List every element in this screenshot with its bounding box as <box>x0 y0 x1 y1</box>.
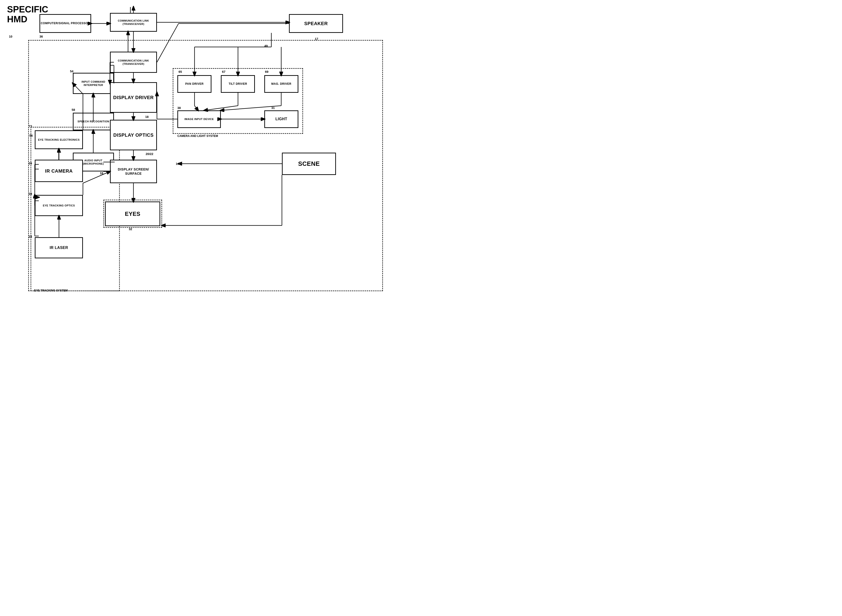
camera-light-region <box>173 68 303 134</box>
label-56: 56 <box>29 134 33 137</box>
label-10: 10 <box>9 35 12 38</box>
camera-light-label: CAMERA AND LIGHT SYSTEM <box>177 134 218 138</box>
label-54: 54 <box>70 69 73 73</box>
label-14: 14 <box>176 162 179 166</box>
block-ir-laser: IR LASER <box>35 237 83 258</box>
block-eyes: EYES <box>105 201 160 226</box>
block-eye-tracking-optics: EYE TRACKING OPTICS <box>35 195 83 216</box>
label-32: 32 <box>129 227 132 231</box>
block-eye-tracking-electronics: EYE TRACKING ELECTRONICS <box>35 131 83 149</box>
block-speaker: SPEAKER <box>289 14 343 33</box>
block-ir-camera: IR CAMERA <box>35 160 83 182</box>
block-comm-link-main: COMMUNICATION LINK (TRANSCEIVER) <box>110 52 157 73</box>
block-computer: COMPUTER/SIGNAL PROCESSOR <box>40 14 91 33</box>
block-input-command: INPUT COMMAND INTERPRETER <box>73 73 114 94</box>
block-display-driver: DISPLAY DRIVER <box>110 82 157 113</box>
label-28: 28 <box>29 192 32 196</box>
eye-tracking-label: EYE TRACKING SYSTEM <box>34 289 68 292</box>
label-18: 18 <box>145 115 148 119</box>
label-16: 16 <box>100 172 103 175</box>
label-24: 24 <box>29 235 32 238</box>
block-display-screen: DISPLAY SCREEN/ SURFACE <box>110 160 157 183</box>
label-20-22: 20/22 <box>145 152 153 156</box>
block-comm-link-top: COMMUNICATION LINK (TRANSCEIVER) <box>110 13 157 32</box>
block-display-optics: DISPLAY OPTICS <box>110 120 157 150</box>
label-36: 36 <box>40 35 43 38</box>
label-58: 58 <box>72 108 75 111</box>
label-26: 26 <box>29 161 32 165</box>
block-scene: SCENE <box>282 153 336 175</box>
diagram: SPECIFICHMD 10 36 COMPUTER/SIGNAL PROCES… <box>0 0 421 308</box>
